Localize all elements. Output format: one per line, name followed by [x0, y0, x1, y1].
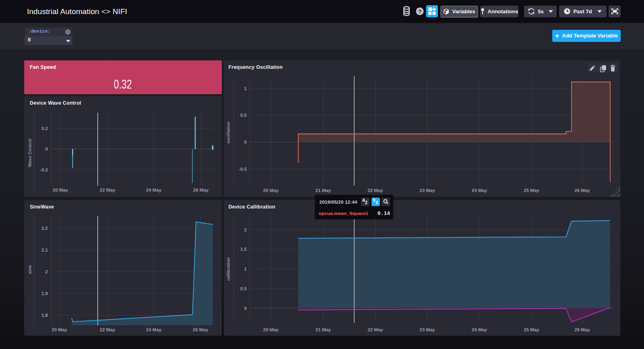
svg-text:callibration: callibration [225, 257, 230, 281]
svg-text:sine: sine [27, 265, 32, 274]
svg-text:22 May: 22 May [100, 327, 116, 332]
svg-text:1.8: 1.8 [41, 313, 48, 318]
svg-text:0: 0 [244, 306, 246, 311]
svg-text:23 May: 23 May [419, 327, 435, 332]
svg-text:22 May: 22 May [100, 188, 116, 192]
svg-text:0: 0 [244, 140, 246, 145]
svg-text:20 May: 20 May [263, 188, 279, 193]
svg-text:2.2: 2.2 [41, 226, 48, 231]
svg-text:1.5: 1.5 [240, 247, 247, 252]
svg-text:24 May: 24 May [471, 188, 487, 193]
svg-text:24 May: 24 May [146, 327, 162, 332]
svg-text:23 May: 23 May [419, 188, 435, 193]
svg-text:-0.2: -0.2 [40, 167, 48, 172]
svg-text:Wave Control: Wave Control [27, 138, 32, 167]
svg-text:26 May: 26 May [193, 188, 209, 192]
svg-text:-0.5: -0.5 [239, 167, 247, 171]
svg-text:20 May: 20 May [52, 327, 67, 332]
svg-text:2.1: 2.1 [41, 248, 48, 252]
svg-text:20 May: 20 May [263, 327, 279, 332]
svg-text:oscillation: oscillation [225, 122, 230, 144]
svg-text:1: 1 [244, 266, 247, 271]
svg-text:0.2: 0.2 [41, 126, 48, 131]
svg-text:2: 2 [45, 269, 48, 274]
svg-text:25 May: 25 May [524, 327, 539, 332]
svg-text:21 May: 21 May [315, 327, 331, 332]
svg-text:26 May: 26 May [574, 327, 590, 332]
svg-text:26 May: 26 May [574, 188, 590, 193]
svg-text:24 May: 24 May [146, 188, 162, 192]
svg-text:0: 0 [45, 147, 48, 151]
svg-text:1: 1 [244, 86, 247, 91]
svg-text:0.5: 0.5 [240, 113, 247, 118]
svg-text:22 May: 22 May [367, 188, 383, 193]
svg-text:21 May: 21 May [315, 188, 331, 193]
svg-text:26 May: 26 May [193, 327, 208, 332]
svg-text:25 May: 25 May [524, 188, 539, 193]
svg-text:24 May: 24 May [471, 327, 487, 332]
svg-text:0.5: 0.5 [240, 286, 247, 291]
svg-text:2: 2 [244, 227, 246, 232]
svg-text:20 May: 20 May [53, 188, 68, 192]
svg-text:?: ? [418, 8, 421, 14]
svg-text:1.9: 1.9 [41, 291, 48, 296]
svg-text:22 May: 22 May [367, 327, 383, 332]
